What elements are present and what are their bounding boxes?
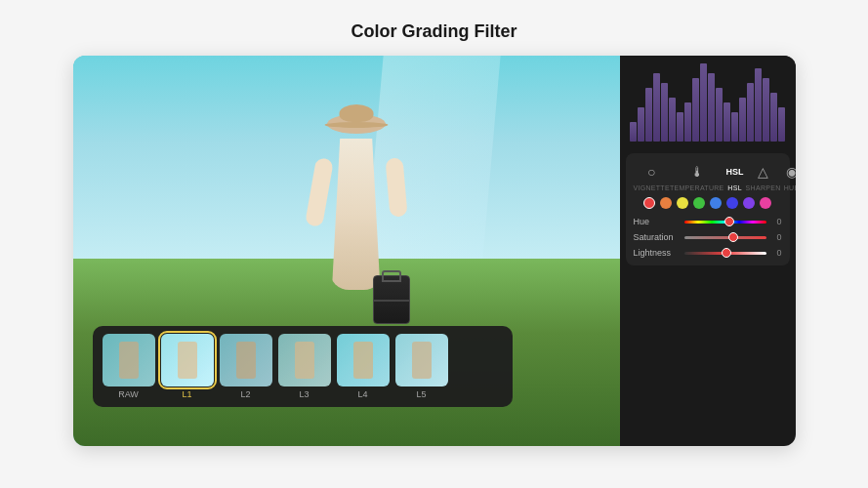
color-dot-green[interactable] <box>693 197 705 209</box>
filter-item-l1[interactable]: L1 <box>161 334 214 399</box>
sat-slider-track[interactable] <box>684 236 766 239</box>
light-slider-thumb[interactable] <box>722 248 731 258</box>
waveform-bar <box>692 78 699 142</box>
filter-person-figure <box>295 342 314 379</box>
filter-thumb-l1[interactable] <box>161 334 214 386</box>
tool-hsl[interactable]: HSL HSL <box>724 161 746 191</box>
filter-thumb-img-l1 <box>161 334 214 386</box>
tool-sharpen[interactable]: △ SHARPEN <box>746 161 781 191</box>
filter-person-figure <box>412 342 432 379</box>
waveform-bar <box>630 122 637 142</box>
hue-slider-label: Hue <box>634 217 681 226</box>
vignette-label: VIGNETTE <box>634 184 670 191</box>
hue-slider-thumb[interactable] <box>724 217 734 226</box>
waveform-bar <box>770 93 777 142</box>
color-dot-orange[interactable] <box>660 197 672 209</box>
filter-item-l5[interactable]: L5 <box>395 334 448 399</box>
filter-item-l4[interactable]: L4 <box>337 334 390 399</box>
waveform-bar <box>755 68 762 142</box>
light-slider-value: 0 <box>770 248 782 258</box>
waveform-bar <box>747 83 754 142</box>
filter-thumb-l3[interactable] <box>278 334 331 386</box>
saturation-slider-label: Saturation <box>634 232 681 242</box>
filter-item-l3[interactable]: L3 <box>278 334 331 399</box>
color-dots-row <box>634 197 782 209</box>
color-dot-blue[interactable] <box>726 197 738 209</box>
sat-slider-thumb[interactable] <box>728 232 738 242</box>
filter-person-figure <box>178 342 197 379</box>
waveform-bar <box>669 98 676 142</box>
filter-label-l1: L1 <box>182 389 191 399</box>
sat-slider-value: 0 <box>770 232 782 242</box>
filter-thumb-l5[interactable] <box>395 334 448 386</box>
suitcase <box>373 275 410 324</box>
filter-person-figure <box>236 342 256 379</box>
person-figure <box>303 114 410 329</box>
waveform-bar <box>684 102 691 142</box>
waveform-bar <box>653 73 660 142</box>
main-container: ○ VIGNETTE 🌡 TEMPERATURE HSL HSL △ SHARP… <box>73 56 796 446</box>
color-dot-cyan[interactable] <box>710 197 722 209</box>
hsl-label: HSL <box>727 184 742 191</box>
filter-thumb-img-l4 <box>337 334 390 386</box>
waveform-bars <box>626 63 790 142</box>
tool-icons-row: ○ VIGNETTE 🌡 TEMPERATURE HSL HSL △ SHARP… <box>634 161 782 191</box>
color-dot-red[interactable] <box>643 197 655 209</box>
waveform-bar <box>739 98 746 142</box>
filter-person-figure <box>119 342 139 379</box>
filter-label-raw: RAW <box>118 389 139 399</box>
slider-section: Hue 0 Saturation 0 Lightness <box>634 217 782 258</box>
color-tools-panel: ○ VIGNETTE 🌡 TEMPERATURE HSL HSL △ SHARP… <box>626 153 790 265</box>
hsl-icon: HSL <box>724 161 746 183</box>
waveform-bar <box>778 107 785 142</box>
filter-item-raw[interactable]: RAW <box>103 334 155 399</box>
waveform-bar <box>708 73 715 142</box>
hue-slider-value: 0 <box>770 217 782 226</box>
filter-strip: RAWL1L2L3L4L5 <box>93 326 513 407</box>
waveform-area <box>620 56 796 153</box>
lightness-slider-label: Lightness <box>634 248 681 258</box>
right-panel: ○ VIGNETTE 🌡 TEMPERATURE HSL HSL △ SHARP… <box>620 56 796 446</box>
waveform-bar <box>763 78 769 142</box>
hue-slider-track[interactable] <box>684 221 766 224</box>
waveform-bar <box>638 107 644 142</box>
hat <box>327 114 386 134</box>
sharpen-icon: △ <box>753 161 774 183</box>
filter-thumb-img-l3 <box>278 334 331 386</box>
filter-item-l2[interactable]: L2 <box>220 334 272 399</box>
waveform-bar <box>700 63 707 142</box>
waveform-bar <box>677 112 683 142</box>
waveform-bar <box>723 102 730 142</box>
filter-label-l4: L4 <box>357 389 367 399</box>
filter-thumb-raw[interactable] <box>103 334 155 386</box>
arm-left <box>305 157 334 227</box>
light-slider-track[interactable] <box>684 252 766 255</box>
lightness-slider-row: Lightness 0 <box>634 248 782 258</box>
color-dot-yellow[interactable] <box>677 197 688 209</box>
tool-hue[interactable]: ◉ HUE <box>781 161 796 191</box>
waveform-bar <box>661 83 668 142</box>
filter-label-l5: L5 <box>416 389 426 399</box>
tool-vignette[interactable]: ○ VIGNETTE <box>634 161 670 191</box>
filter-thumb-l2[interactable] <box>220 334 272 386</box>
filter-person-figure <box>353 342 373 379</box>
hue-slider-row: Hue 0 <box>634 217 782 226</box>
tool-temperature[interactable]: 🌡 TEMPERATURE <box>670 161 724 191</box>
filter-thumb-img-l5 <box>395 334 448 386</box>
filter-thumb-l4[interactable] <box>337 334 390 386</box>
waveform-bar <box>716 88 723 142</box>
arm-right <box>385 157 407 217</box>
saturation-slider-row: Saturation 0 <box>634 232 782 242</box>
waveform-bar <box>645 88 652 142</box>
color-dot-pink[interactable] <box>760 197 771 209</box>
filter-label-l3: L3 <box>299 389 309 399</box>
color-dot-purple[interactable] <box>743 197 755 209</box>
sharpen-label: SHARPEN <box>746 184 781 191</box>
temperature-label: TEMPERATURE <box>670 184 724 191</box>
filter-label-l2: L2 <box>240 389 250 399</box>
filter-thumb-img-l2 <box>220 334 272 386</box>
filter-thumb-img-raw <box>103 334 155 386</box>
page-title: Color Grading Filter <box>351 21 517 42</box>
hue-icon: ◉ <box>781 161 796 183</box>
dress <box>329 139 383 290</box>
